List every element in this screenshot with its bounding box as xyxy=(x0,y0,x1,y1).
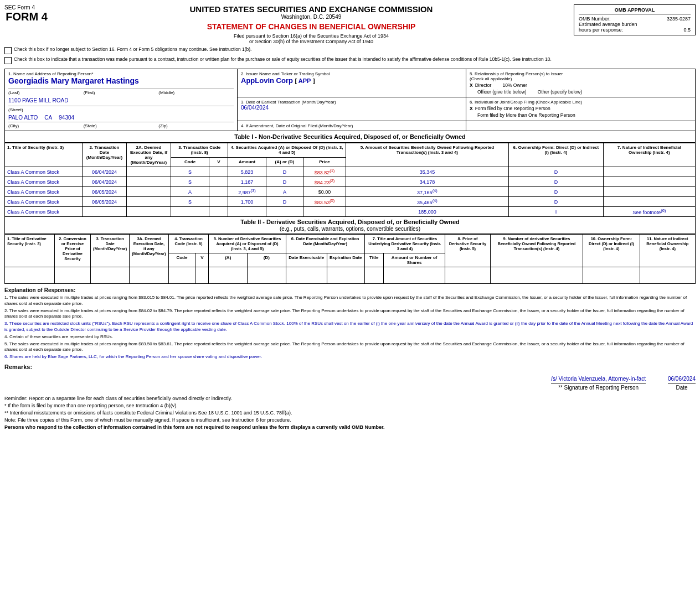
section5-sublabel: (Check all applicable) xyxy=(470,76,692,81)
row5-aord xyxy=(266,207,303,217)
row4-date: 06/05/2024 xyxy=(83,197,127,207)
row3-owned: 37,165(4) xyxy=(346,187,508,197)
footer-line2: * If the form is filed by more than one … xyxy=(4,402,696,409)
sig-date: 06/06/2024 xyxy=(668,376,696,383)
first-label: (First) xyxy=(84,90,159,95)
t2-col7-header: 7. Title and Amount of Securities Underl… xyxy=(364,235,445,253)
state: CA xyxy=(44,115,52,121)
footer-line1: Reminder: Report on a separate line for … xyxy=(4,395,696,402)
row3-exec-date xyxy=(127,187,171,197)
section1-label: 1. Name and Address of Reporting Person* xyxy=(8,71,234,76)
row4-title: Class A Common Stock xyxy=(5,197,83,207)
t2-col2-header: 2. Conversion or Exercise Price of Deriv… xyxy=(55,235,91,267)
row2-v xyxy=(209,177,228,187)
form-title: FORM 4 xyxy=(4,11,49,23)
amendment-cell: 4. If Amendment, Date of Original Filed … xyxy=(238,121,466,131)
t2-amount-subheader: Amount or Number of Shares xyxy=(383,253,445,267)
row4-aord: D xyxy=(266,197,303,207)
director-label: Director xyxy=(475,82,492,88)
table2-empty-row xyxy=(5,267,696,284)
row3-price: $0.00 xyxy=(303,187,346,197)
checkbox1-text: Check this box if no longer subject to S… xyxy=(14,46,251,52)
middle-label: (Middle) xyxy=(158,90,234,95)
row2-code: S xyxy=(171,177,209,187)
row1-code: S xyxy=(171,167,209,177)
row2-owned: 34,178 xyxy=(346,177,508,187)
checkbox2-text: Check this box to indicate that a transa… xyxy=(14,56,552,62)
t2-col4-header: 4. Transaction Code (Instr. 8) xyxy=(168,235,209,253)
x-director: X xyxy=(470,82,473,88)
explanation-title: Explanation of Responses: xyxy=(4,287,696,293)
t2-a-subheader: (A) xyxy=(209,253,248,267)
explanation-3: 3. These securities are restricted stock… xyxy=(4,321,696,333)
row5-form: I xyxy=(509,207,604,217)
t1-col2a-header: 2A. Deemed Execution Date, if any (Month… xyxy=(127,143,171,167)
row2-price: $84.23(2) xyxy=(303,177,346,187)
footer-section: Reminder: Report on a separate line for … xyxy=(4,395,696,431)
row5-price xyxy=(303,207,346,217)
state-label: (State) xyxy=(84,123,159,128)
explanation-5: 5. The sales were executed in multiple t… xyxy=(4,341,696,354)
row5-title: Class A Common Stock xyxy=(5,207,83,217)
date-cell: 3. Date of Earliest Transaction (Month/D… xyxy=(238,97,466,121)
omb-number-value: 3235-0287 xyxy=(667,16,691,22)
explanation-2: 2. The sales were executed in multiple t… xyxy=(4,308,696,320)
t1-col1-header: 1. Title of Security (Instr. 3) xyxy=(5,143,83,167)
row2-amount: 1,167 xyxy=(228,177,266,187)
footer-line4: Note: File three copies of this Form, on… xyxy=(4,417,696,424)
row1-price: $83.82(1) xyxy=(303,167,346,177)
t2-col1-header: 1. Title of Derivative Security (Instr. … xyxy=(5,235,55,267)
row1-title: Class A Common Stock xyxy=(5,167,83,177)
t1-v-subheader: V xyxy=(209,158,228,167)
t2-col6-header: 6. Date Exercisable and Expiration Date … xyxy=(286,235,364,253)
explanation-section: Explanation of Responses: 1. The sales w… xyxy=(4,287,696,360)
ticker: APP xyxy=(298,77,311,84)
t1-col4-header: 4. Securities Acquired (A) or Disposed O… xyxy=(228,143,346,158)
row3-title: Class A Common Stock xyxy=(5,187,83,197)
row2-aord: D xyxy=(266,177,303,187)
row3-code: A xyxy=(171,187,209,197)
checkbox2[interactable] xyxy=(4,57,12,64)
omb-title: OMB APPROVAL xyxy=(579,7,691,14)
row4-v xyxy=(209,197,228,207)
signature-section: /s/ Victoria Valenzuela, Attorney-in-fac… xyxy=(4,376,696,391)
row5-exec-date xyxy=(127,207,171,217)
t2-exp-date-subheader: Expiration Date xyxy=(327,253,364,267)
street-address: 1100 PAGE MILL ROAD xyxy=(8,97,234,103)
row4-nature xyxy=(603,197,695,207)
row3-v xyxy=(209,187,228,197)
section3-label: 3. Date of Earliest Transaction (Month/D… xyxy=(241,100,462,105)
t1-col7-header: 7. Nature of Indirect Beneficial Ownersh… xyxy=(603,143,695,167)
t1-price-subheader: Price xyxy=(303,158,346,167)
omb-box: OMB APPROVAL OMB Number: 3235-0287 Estim… xyxy=(574,4,696,35)
footer-line3: ** Intentional misstatements or omission… xyxy=(4,409,696,417)
checkbox1[interactable] xyxy=(4,47,12,54)
joint-label: Form filed by More than One Reporting Pe… xyxy=(477,112,575,118)
row3-amount: 2,987(3) xyxy=(228,187,266,197)
explanation-6: 6. Shares are held by Blue Sage Partners… xyxy=(4,354,696,360)
t2-col8-header: 8. Price of Derivative Security (Instr. … xyxy=(445,235,490,267)
commission-location: Washington, D.C. 20549 xyxy=(49,14,574,20)
x-individual: X xyxy=(470,106,473,111)
remarks-title: Remarks: xyxy=(4,364,696,370)
omb-burden-label: Estimated average burden xyxy=(579,22,691,27)
omb-number-label: OMB Number: xyxy=(579,16,611,22)
row4-price: $83.53(5) xyxy=(303,197,346,207)
sig-label: ** Signature of Reporting Person xyxy=(551,385,646,391)
explanation-1: 1. The sales were executed in multiple t… xyxy=(4,295,696,307)
row1-amount: 5,823 xyxy=(228,167,266,177)
table2-title: Table II - Derivative Securities Acquire… xyxy=(4,217,696,234)
row1-v xyxy=(209,167,228,177)
ticker-bracket-close: ] xyxy=(313,77,315,84)
row5-date xyxy=(83,207,127,217)
t1-amount-subheader: Amount xyxy=(228,158,266,167)
t1-col5-header: 5. Amount of Securities Beneficially Own… xyxy=(346,143,508,167)
reporter-name: Georgiadis Mary Margaret Hastings xyxy=(8,76,234,85)
row5-v xyxy=(209,207,228,217)
filing-cell: 6. Individual or Joint/Group Filing (Che… xyxy=(466,97,695,121)
table-row: Class A Common Stock 06/04/2024 S 5,823 … xyxy=(5,167,696,177)
t2-col9-header: 9. Number of derivative Securities Benef… xyxy=(490,235,583,267)
pct10-label: 10% Owner xyxy=(502,82,527,88)
explanation-4: 4. Certain of these securities are repre… xyxy=(4,334,696,340)
row5-owned: 185,000 xyxy=(346,207,508,217)
